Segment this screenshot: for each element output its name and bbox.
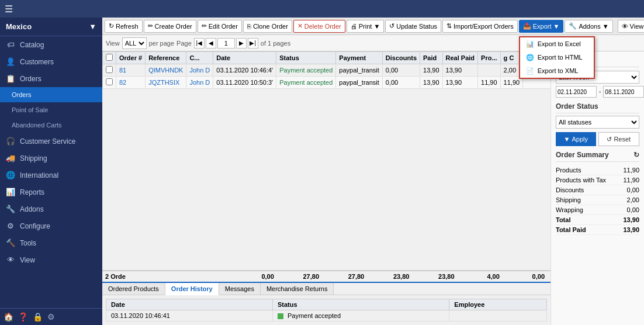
last-page-button[interactable]: ▶|: [248, 38, 258, 49]
refresh-summary-icon[interactable]: ↻: [633, 151, 639, 159]
sidebar-item-customer-service[interactable]: 🎧 Customer Service: [0, 133, 102, 150]
sidebar: Mexico ▼ 🏷 Catalog 👤 Customers 📋 Orders …: [0, 18, 102, 325]
row-paid: 13,90: [420, 64, 443, 77]
sidebar-item-orders-sub[interactable]: Orders: [0, 87, 102, 102]
footer-col1: 23,80: [367, 273, 412, 280]
reports-icon: 📊: [6, 188, 15, 196]
tab-order-history[interactable]: Order History: [165, 283, 219, 295]
col-discounts: Discounts: [382, 52, 420, 64]
col-status: Status: [276, 52, 336, 64]
summary-row: Shipping 2,00: [556, 195, 639, 205]
page-navigation: |◀ ◀ ▶ ▶|: [194, 38, 258, 49]
sidebar-item-addons[interactable]: 🔧 Addons: [0, 200, 102, 217]
import-export-button[interactable]: ⇅ Import/Export Orders: [442, 20, 518, 33]
bottom-tabs: Ordered Products Order History Messages …: [102, 282, 550, 325]
sidebar-label-view: View: [20, 256, 35, 264]
sidebar-item-tools[interactable]: 🔨 Tools: [0, 234, 102, 251]
summary-value: 13,90: [623, 216, 639, 223]
content-area: ↻ Refresh ✏ Create Order ✏ Edit Order ⎘ …: [102, 18, 644, 325]
lock-icon[interactable]: 🔒: [33, 312, 43, 321]
row-reference: QIMVHNDK: [146, 64, 186, 77]
order-status-title: Order Status: [556, 102, 639, 113]
delete-icon: ✕: [297, 22, 303, 30]
delete-order-button[interactable]: ✕ Delete Order: [293, 20, 345, 33]
catalog-icon: 🏷: [6, 40, 15, 49]
print-button[interactable]: 🖨 Print ▼: [347, 20, 385, 33]
apply-button[interactable]: ▼ Apply: [556, 132, 596, 146]
summary-label: Shipping: [556, 196, 581, 203]
date-to-input[interactable]: [603, 86, 644, 98]
sidebar-label-abandoned-carts: Abandoned Carts: [12, 122, 62, 129]
sidebar-label-reports: Reports: [20, 188, 44, 196]
table-wrapper[interactable]: Order # Reference C... Date Status Payme…: [102, 51, 550, 270]
order-summary-title: Order Summary ↻: [556, 151, 639, 162]
order-status-select[interactable]: All statuses: [556, 116, 639, 129]
sidebar-label-customers: Customers: [20, 58, 54, 66]
row-checkbox[interactable]: [103, 64, 116, 77]
col-checkbox: [103, 52, 116, 64]
refresh-button[interactable]: ↻ Refresh: [105, 20, 143, 33]
summary-label: Total: [556, 216, 570, 223]
sidebar-item-orders[interactable]: 📋 Orders: [0, 70, 102, 87]
tab-ordered-products[interactable]: Ordered Products: [102, 283, 165, 295]
create-icon: ✏: [148, 22, 153, 30]
edit-order-button[interactable]: ✏ Edit Order: [198, 20, 242, 33]
tab-merchandise-returns[interactable]: Merchandise Returns: [261, 283, 334, 295]
sidebar-label-international: International: [20, 171, 58, 179]
first-page-button[interactable]: |◀: [194, 38, 205, 49]
tab-messages[interactable]: Messages: [219, 283, 261, 295]
international-icon: 🌐: [6, 171, 15, 179]
export-excel-item[interactable]: 📊 Export to Excel: [520, 37, 594, 51]
next-page-button[interactable]: ▶: [236, 38, 247, 49]
sidebar-item-catalog[interactable]: 🏷 Catalog: [0, 36, 102, 53]
update-status-button[interactable]: ↺ Update Status: [385, 20, 441, 33]
store-chevron-icon[interactable]: ▼: [89, 22, 96, 31]
sidebar-item-reports[interactable]: 📊 Reports: [0, 184, 102, 200]
export-html-item[interactable]: 🌐 Export to HTML: [520, 51, 594, 64]
per-page-select[interactable]: ALL: [122, 37, 147, 49]
prev-page-button[interactable]: ◀: [206, 38, 216, 49]
xml-icon: 📄: [526, 67, 534, 75]
sidebar-item-international[interactable]: 🌐 International: [0, 167, 102, 184]
sidebar-item-abandoned-carts[interactable]: Abandoned Carts: [0, 117, 102, 133]
date-range-inputs: -: [556, 86, 639, 98]
row-paid: 13,90: [420, 77, 443, 89]
per-page-label: per page: [149, 40, 174, 47]
help-icon[interactable]: ❓: [18, 312, 28, 321]
select-all-checkbox[interactable]: [106, 54, 113, 61]
import-icon: ⇅: [446, 22, 452, 30]
sidebar-item-pos[interactable]: Point of Sale: [0, 102, 102, 117]
sidebar-item-shipping[interactable]: 🚚 Shipping: [0, 150, 102, 167]
view-toolbar-icon: 👁: [622, 23, 628, 30]
table-header-row: Order # Reference C... Date Status Payme…: [103, 52, 551, 64]
page-input[interactable]: [217, 38, 235, 49]
sidebar-item-configure[interactable]: ⚙ Configure: [0, 217, 102, 234]
export-container: 📤 Export ▼ 📊 Export to Excel 🌐 Export to…: [519, 20, 564, 33]
history-employee: [449, 310, 547, 321]
sidebar-item-customers[interactable]: 👤 Customers: [0, 53, 102, 70]
clone-order-button[interactable]: ⎘ Clone Order: [243, 20, 292, 33]
settings-icon[interactable]: ⚙: [47, 312, 55, 321]
create-order-button[interactable]: ✏ Create Order: [144, 20, 196, 33]
sidebar-label-pos: Point of Sale: [12, 106, 48, 113]
export-button[interactable]: 📤 Export ▼: [519, 20, 564, 33]
sidebar-item-view[interactable]: 👁 View: [0, 251, 102, 268]
view-toolbar-button[interactable]: 👁 View ▼: [618, 20, 644, 33]
row-discounts: 0,00: [382, 64, 420, 77]
export-dropdown: 📊 Export to Excel 🌐 Export to HTML 📄 Exp…: [519, 36, 595, 79]
sidebar-label-orders-sub: Orders: [12, 91, 32, 98]
date-from-input[interactable]: [556, 86, 597, 98]
view-label: View: [106, 40, 120, 47]
hamburger-icon[interactable]: ☰: [5, 4, 13, 15]
export-xml-item[interactable]: 📄 Export to XML: [520, 64, 594, 78]
col-products: Pro...: [478, 52, 501, 64]
html-icon: 🌐: [526, 54, 534, 61]
reset-button[interactable]: ↺ Reset: [598, 132, 640, 146]
col-reference: Reference: [146, 52, 186, 64]
row-checkbox[interactable]: [103, 77, 116, 89]
home-icon[interactable]: 🏠: [4, 312, 13, 321]
summary-row: Wrapping 0,00: [556, 205, 639, 215]
row-payment: paypal_transit: [336, 77, 383, 89]
footer-col2: 23,80: [412, 273, 457, 280]
addons-button[interactable]: 🔧 Addons ▼: [565, 20, 612, 33]
